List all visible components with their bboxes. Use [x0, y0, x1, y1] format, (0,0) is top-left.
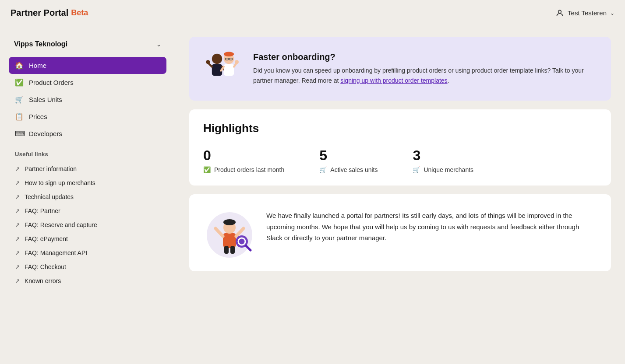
org-selector[interactable]: Vipps Teknologi ⌄: [9, 37, 166, 52]
banner-link[interactable]: signing up with product order templates: [340, 77, 447, 84]
external-link-icon-6: ↗︎: [15, 235, 20, 242]
sidebar-link-faq-partner[interactable]: ↗︎ FAQ: Partner: [9, 204, 166, 218]
developers-icon: ⌨: [15, 130, 24, 138]
sidebar-link-partner-information-label: Partner information: [25, 165, 77, 172]
svg-point-18: [223, 219, 236, 225]
sidebar-item-developers-label: Developers: [29, 130, 62, 137]
sidebar: Vipps Teknologi ⌄ 🏠 Home ✅ Product Order…: [0, 26, 175, 364]
product-orders-stat-icon: ✅: [203, 166, 211, 173]
svg-rect-16: [223, 233, 236, 248]
banner-text-after: .: [448, 77, 449, 84]
main-content: Faster onboarding? Did you know you can …: [175, 26, 625, 364]
org-name: Vipps Teknologi: [14, 40, 67, 48]
sidebar-link-how-to-sign-up-merchants-label: How to sign up merchants: [25, 179, 95, 186]
sidebar-link-faq-management-api[interactable]: ↗︎ FAQ: Management API: [9, 246, 166, 260]
user-chevron-icon: ⌄: [610, 10, 614, 16]
sidebar-link-known-errors-label: Known errors: [25, 277, 61, 284]
sales-units-icon: 🛒: [15, 95, 24, 104]
user-name: Test Testeren: [568, 9, 607, 17]
sidebar-link-how-to-sign-up-merchants[interactable]: ↗︎ How to sign up merchants: [9, 176, 166, 190]
beta-badge: Beta: [71, 8, 88, 18]
sidebar-link-faq-epayment-label: FAQ: ePayment: [25, 235, 68, 242]
stat-product-orders-value: 0: [203, 147, 284, 164]
external-link-icon-5: ↗︎: [15, 221, 20, 228]
launch-card: We have finally launched a portal for pa…: [189, 194, 611, 271]
svg-rect-11: [224, 64, 234, 76]
external-link-icon: ↗︎: [15, 165, 20, 172]
svg-rect-24: [224, 246, 229, 254]
banner-text-content: Faster onboarding? Did you know you can …: [253, 52, 597, 85]
svg-point-7: [224, 52, 234, 56]
home-icon: 🏠: [15, 61, 24, 70]
sidebar-link-faq-reserve-capture-label: FAQ: Reserve and capture: [25, 221, 97, 228]
sidebar-link-faq-epayment[interactable]: ↗︎ FAQ: ePayment: [9, 232, 166, 246]
sidebar-link-technical-updates-label: Technical updates: [25, 193, 74, 200]
sidebar-item-prices[interactable]: 📋 Prices: [9, 108, 166, 125]
stat-active-sales-units: 5 🛒 Active sales units: [319, 147, 378, 173]
sidebar-link-faq-management-api-label: FAQ: Management API: [25, 249, 87, 256]
stat-product-orders-label: ✅ Product orders last month: [203, 166, 284, 173]
sidebar-link-known-errors[interactable]: ↗︎ Known errors: [9, 274, 166, 288]
onboarding-banner: Faster onboarding? Did you know you can …: [189, 37, 611, 101]
sidebar-link-faq-partner-label: FAQ: Partner: [25, 207, 60, 214]
stat-unique-merchants: 3 🛒 Unique merchants: [413, 147, 473, 173]
svg-point-1: [212, 54, 222, 64]
sidebar-item-prices-label: Prices: [29, 113, 47, 120]
user-menu[interactable]: Test Testeren ⌄: [555, 9, 614, 18]
external-link-icon-3: ↗︎: [15, 193, 20, 200]
banner-title: Faster onboarding?: [253, 52, 597, 62]
sidebar-links: ↗︎ Partner information ↗︎ How to sign up…: [9, 162, 166, 288]
layout: Vipps Teknologi ⌄ 🏠 Home ✅ Product Order…: [0, 26, 625, 364]
unique-merchants-stat-icon: 🛒: [413, 166, 420, 173]
sidebar-item-product-orders-label: Product Orders: [29, 79, 74, 86]
launch-description: We have finally launched a portal for pa…: [266, 206, 597, 244]
svg-point-4: [206, 60, 210, 64]
sidebar-link-faq-checkout-label: FAQ: Checkout: [25, 263, 66, 270]
sidebar-item-sales-units[interactable]: 🛒 Sales Units: [9, 91, 166, 108]
product-orders-icon: ✅: [15, 78, 24, 87]
sidebar-item-home[interactable]: 🏠 Home: [9, 57, 166, 74]
launch-svg: [203, 206, 256, 259]
user-icon: [555, 9, 564, 18]
svg-point-0: [558, 10, 561, 13]
external-link-icon-9: ↗︎: [15, 277, 20, 284]
sidebar-item-home-label: Home: [29, 62, 46, 69]
highlights-stats: 0 ✅ Product orders last month 5 🛒 Active…: [203, 147, 597, 173]
active-sales-units-stat-icon: 🛒: [319, 166, 327, 173]
sidebar-link-faq-reserve-capture[interactable]: ↗︎ FAQ: Reserve and capture: [9, 218, 166, 232]
external-link-icon-8: ↗︎: [15, 263, 20, 270]
sidebar-nav: 🏠 Home ✅ Product Orders 🛒 Sales Units 📋 …: [9, 57, 166, 142]
highlights-title: Highlights: [203, 122, 597, 135]
prices-icon: 📋: [15, 112, 24, 121]
sidebar-item-product-orders[interactable]: ✅ Product Orders: [9, 74, 166, 91]
sidebar-item-developers[interactable]: ⌨ Developers: [9, 125, 166, 142]
sidebar-link-technical-updates[interactable]: ↗︎ Technical updates: [9, 190, 166, 204]
logo-text: Partner Portal: [11, 8, 68, 18]
external-link-icon-7: ↗︎: [15, 249, 20, 256]
org-chevron-icon: ⌄: [156, 41, 161, 48]
sidebar-link-faq-checkout[interactable]: ↗︎ FAQ: Checkout: [9, 260, 166, 274]
svg-rect-25: [230, 246, 235, 254]
people-svg: [203, 49, 243, 88]
useful-links-label: Useful links: [9, 144, 166, 160]
header: Partner Portal Beta Test Testeren ⌄: [0, 0, 625, 26]
stat-active-sales-units-value: 5: [319, 147, 378, 164]
banner-description: Did you know you can speed up onboarding…: [253, 66, 597, 85]
stat-product-orders: 0 ✅ Product orders last month: [203, 147, 284, 173]
banner-illustration: [203, 49, 243, 88]
stat-active-sales-units-label: 🛒 Active sales units: [319, 166, 378, 173]
highlights-card: Highlights 0 ✅ Product orders last month…: [189, 109, 611, 186]
external-link-icon-2: ↗︎: [15, 179, 20, 186]
stat-unique-merchants-value: 3: [413, 147, 473, 164]
launch-illustration: [203, 206, 256, 259]
sidebar-link-partner-information[interactable]: ↗︎ Partner information: [9, 162, 166, 176]
logo: Partner Portal Beta: [11, 8, 88, 18]
sidebar-item-sales-units-label: Sales Units: [29, 96, 62, 103]
stat-unique-merchants-label: 🛒 Unique merchants: [413, 166, 473, 173]
svg-point-14: [235, 60, 239, 64]
external-link-icon-4: ↗︎: [15, 207, 20, 214]
